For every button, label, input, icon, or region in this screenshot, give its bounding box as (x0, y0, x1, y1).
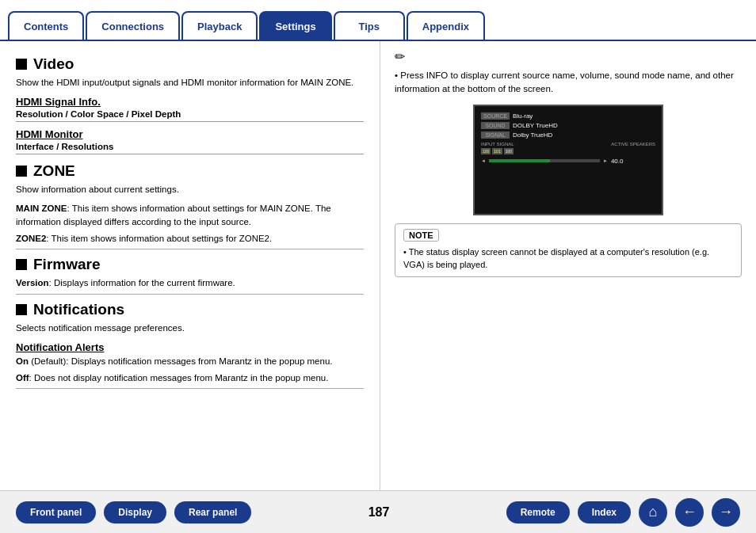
screen-input-signal-label: INPUT SIGNAL (481, 142, 514, 147)
firmware-version-desc: Version: Displays information for the cu… (16, 276, 364, 294)
index-button[interactable]: Index (578, 501, 631, 523)
page-number-container: 187 (353, 505, 406, 520)
notifications-section-header: Notifications (16, 301, 364, 318)
notif-alerts-title: Notification Alerts (16, 341, 364, 353)
off-text: : Does not display notification messages… (29, 373, 329, 383)
video-section-header: Video (16, 55, 364, 73)
hdmi-signal-title: HDMI Signal Info. (16, 96, 364, 108)
screen-image: SOURCE Blu-ray SOUND DOLBY TrueHD SIGNAL… (473, 105, 663, 215)
screen-source-value: Blu-ray (513, 112, 533, 120)
tab-playback[interactable]: Playback (181, 11, 258, 40)
off-label: Off (16, 373, 29, 383)
zone-section-header: ZONE (16, 162, 364, 180)
screen-source-label: SOURCE (481, 112, 510, 120)
screen-signal-value: Dolby TrueHD (513, 131, 552, 139)
screen-signal-label: SIGNAL (481, 131, 510, 139)
forward-button[interactable]: → (712, 498, 740, 527)
zone-title: ZONE (33, 162, 75, 180)
screen-container: SOURCE Blu-ray SOUND DOLBY TrueHD SIGNAL… (395, 105, 742, 215)
firmware-section-header: Firmware (16, 256, 364, 273)
pencil-icon: ✏ (395, 49, 742, 64)
zone-bullet (16, 166, 27, 177)
bottom-nav: Front panel Display Rear panel 187 Remot… (0, 490, 756, 533)
signal-box-3: 100 (504, 148, 514, 154)
zone-desc: Show information about current settings. (16, 183, 364, 196)
tab-appendix[interactable]: Appendix (407, 11, 485, 40)
notifications-title: Notifications (33, 301, 124, 318)
video-title: Video (33, 55, 74, 73)
tab-connections[interactable]: Connections (86, 11, 180, 40)
screen-signal-row: SIGNAL Dolby TrueHD (481, 131, 655, 139)
hdmi-monitor-subtitle: Interface / Resolutions (16, 142, 364, 154)
firmware-version-text: : Displays information for the current f… (49, 278, 235, 287)
signal-box-1: 100 (481, 148, 491, 154)
notifications-bullet (16, 304, 27, 315)
screen-source-row: SOURCE Blu-ray (481, 112, 655, 120)
display-button[interactable]: Display (104, 501, 166, 523)
tab-contents[interactable]: Contents (8, 11, 84, 40)
home-button[interactable]: ⌂ (639, 498, 667, 527)
on-label: On (16, 356, 29, 366)
screen-active-speakers-label: ACTIVE SPEAKERS (611, 142, 655, 147)
screen-sound-label: SOUND (481, 122, 510, 129)
screen-sound-row: SOUND DOLBY TrueHD (481, 122, 655, 129)
tab-settings[interactable]: Settings (259, 11, 331, 40)
remote-button[interactable]: Remote (506, 501, 570, 523)
video-desc: Show the HDMI input/output signals and H… (16, 76, 364, 89)
on-desc: On (Default): Displays notification mess… (16, 355, 364, 368)
volume-arrow-left: ◄ (481, 158, 486, 163)
hdmi-monitor-title: HDMI Monitor (16, 128, 364, 140)
bottom-left-buttons: Front panel Display Rear panel (16, 501, 251, 523)
video-bullet (16, 59, 27, 70)
volume-fill (489, 159, 550, 162)
info-note-text: Press INFO to display current source nam… (395, 69, 742, 97)
volume-bar (489, 159, 600, 162)
main-content: Video Show the HDMI input/output signals… (0, 41, 756, 490)
volume-bar-container: ◄ ► 40.0 (481, 158, 655, 165)
zone2-text: : This item shows information about sett… (46, 234, 272, 243)
firmware-version-label: Version (16, 278, 49, 287)
on-text: : Displays notification messages from Ma… (66, 356, 332, 366)
firmware-bullet (16, 259, 27, 270)
notifications-desc: Selects notification message preferences… (16, 322, 364, 335)
off-desc: Off: Does not display notification messa… (16, 371, 364, 389)
note-label: NOTE (403, 229, 439, 242)
firmware-title: Firmware (33, 256, 100, 273)
zone2-desc: ZONE2: This item shows information about… (16, 232, 364, 249)
note-body: The status display screen cannot be disp… (403, 246, 733, 272)
main-zone-label: MAIN ZONE (16, 204, 67, 213)
tab-tips[interactable]: Tips (334, 11, 405, 40)
volume-number: 40.0 (611, 158, 624, 165)
top-nav: Contents Connections Playback Settings T… (0, 0, 756, 41)
signal-box-2: 101 (492, 148, 502, 154)
screen-sound-value: DOLBY TrueHD (513, 122, 558, 129)
hdmi-signal-subtitle: Resolution / Color Space / Pixel Depth (16, 109, 364, 122)
front-panel-button[interactable]: Front panel (16, 501, 96, 523)
note-box: NOTE The status display screen cannot be… (395, 223, 742, 277)
page-number: 187 (368, 505, 390, 520)
back-button[interactable]: ← (675, 498, 704, 527)
right-panel: ✏ Press INFO to display current source n… (380, 41, 756, 490)
zone2-label: ZONE2 (16, 234, 46, 243)
volume-arrow-right: ► (603, 158, 608, 163)
on-default: (Default) (29, 356, 66, 366)
left-panel: Video Show the HDMI input/output signals… (0, 41, 380, 490)
rear-panel-button[interactable]: Rear panel (174, 501, 251, 523)
main-zone-desc: MAIN ZONE: This item shows information a… (16, 202, 364, 230)
